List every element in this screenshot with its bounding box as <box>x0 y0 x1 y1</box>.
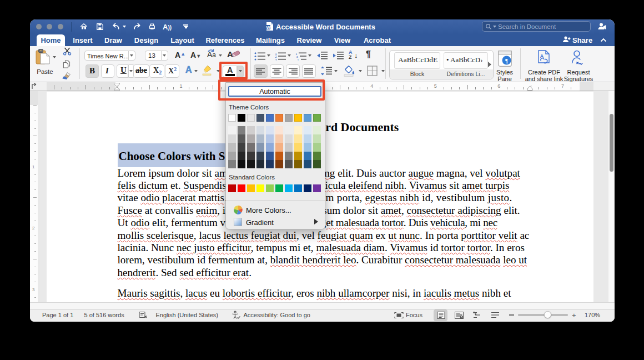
svg-text:W: W <box>266 25 270 30</box>
svg-text:3: 3 <box>275 58 277 61</box>
svg-text:¶: ¶ <box>505 57 508 64</box>
svg-text:1: 1 <box>298 58 299 61</box>
